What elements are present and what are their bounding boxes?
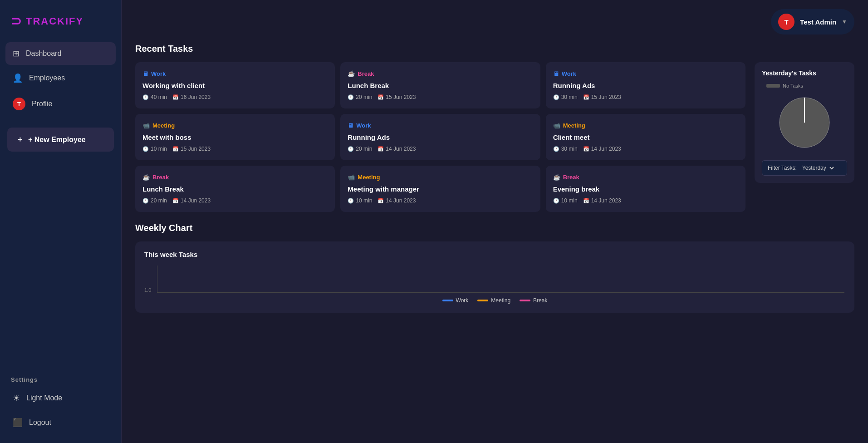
weekly-section: Weekly Chart This week Tasks 1.0 Work Me…	[135, 223, 854, 313]
profile-label: Proflie	[32, 100, 52, 108]
logout-icon: ⬛	[13, 418, 23, 428]
header: T Test Admin ▼	[135, 9, 854, 44]
task-duration: 🕐 20 min	[348, 94, 372, 100]
plus-icon: ＋	[16, 135, 24, 144]
sidebar-item-logout[interactable]: ⬛ Logout	[5, 411, 116, 434]
task-type-icon: 📹	[553, 122, 560, 129]
no-tasks-legend: No Tasks	[766, 83, 803, 89]
task-card[interactable]: 📹 Meeting Meet with boss 🕐 10 min 📅 15 J…	[135, 114, 335, 160]
yesterday-panel-container: Yesterday's Tasks No Tasks Filter Tasks:	[755, 62, 854, 212]
task-meta: 🕐 10 min 📅 14 Jun 2023	[553, 197, 738, 204]
task-type-badge: 📹 Meeting	[142, 122, 328, 129]
calendar-icon: 📅	[583, 94, 589, 100]
task-card[interactable]: 🖥 Work Running Ads 🕐 30 min 📅 15 Jun 202…	[546, 62, 745, 108]
filter-label: Filter Tasks:	[768, 165, 797, 171]
task-type-label: Work	[562, 70, 576, 77]
logo-icon: ⊃	[11, 14, 21, 29]
task-type-label: Meeting	[152, 122, 175, 129]
task-meta: 🕐 20 min 📅 15 Jun 2023	[348, 94, 533, 100]
clock-icon: 🕐	[553, 146, 559, 152]
task-meta: 🕐 20 min 📅 14 Jun 2023	[348, 146, 533, 152]
task-type-badge: 📹 Meeting	[348, 174, 533, 181]
dashboard-label: Dashboard	[26, 49, 61, 58]
calendar-icon: 📅	[583, 146, 589, 152]
user-badge[interactable]: T Test Admin ▼	[771, 9, 854, 34]
sidebar-item-employees[interactable]: 👤 Employees	[5, 67, 116, 89]
task-card[interactable]: 🖥 Work Running Ads 🕐 20 min 📅 14 Jun 202…	[340, 114, 540, 160]
logo-text: TRACKIFY	[26, 15, 83, 27]
task-card[interactable]: ☕ Break Evening break 🕐 10 min 📅 14 Jun …	[546, 166, 745, 212]
no-tasks-label: No Tasks	[783, 83, 803, 89]
calendar-icon: 📅	[378, 198, 384, 204]
break-legend-label: Break	[533, 297, 547, 304]
task-type-badge: 🖥 Work	[142, 70, 328, 77]
task-duration: 🕐 20 min	[348, 146, 372, 152]
sidebar-item-dashboard[interactable]: ⊞ Dashboard	[5, 42, 116, 65]
chart-legend: Work Meeting Break	[144, 297, 845, 304]
meeting-legend-label: Meeting	[491, 297, 510, 304]
task-meta: 🕐 10 min 📅 15 Jun 2023	[142, 146, 328, 152]
task-name: Meet with boss	[142, 133, 328, 141]
yesterday-panel: Yesterday's Tasks No Tasks Filter Tasks:	[755, 62, 854, 183]
task-meta: 🕐 10 min 📅 14 Jun 2023	[348, 197, 533, 204]
sidebar-item-light-mode[interactable]: ☀ Light Mode	[5, 387, 116, 409]
weekly-card-title: This week Tasks	[144, 251, 845, 258]
task-card[interactable]: ☕ Break Lunch Break 🕐 20 min 📅 15 Jun 20…	[340, 62, 540, 108]
sun-icon: ☀	[13, 393, 20, 403]
task-type-label: Work	[151, 70, 166, 77]
task-type-icon: 🖥	[553, 70, 559, 77]
legend-meeting: Meeting	[477, 297, 510, 304]
task-duration: 🕐 10 min	[553, 197, 578, 204]
task-type-label: Break	[358, 70, 374, 77]
tasks-grid-area: 🖥 Work Working with client 🕐 40 min 📅 16…	[135, 62, 745, 212]
settings-nav: ☀ Light Mode ⬛ Logout	[0, 387, 121, 434]
task-type-badge: ☕ Break	[142, 174, 328, 181]
weekly-chart-title: Weekly Chart	[135, 223, 854, 233]
task-type-badge: 🖥 Work	[348, 122, 533, 129]
task-name: Evening break	[553, 185, 738, 193]
task-date: 📅 15 Jun 2023	[378, 94, 416, 100]
employees-icon: 👤	[13, 73, 23, 83]
task-date: 📅 15 Jun 2023	[172, 146, 211, 152]
task-card[interactable]: 📹 Meeting Client meet 🕐 30 min 📅 14 Jun …	[546, 114, 745, 160]
nav-items: ⊞ Dashboard 👤 Employees T Proflie	[0, 42, 121, 117]
task-card[interactable]: ☕ Break Lunch Break 🕐 20 min 📅 14 Jun 20…	[135, 166, 335, 212]
calendar-icon: 📅	[172, 198, 179, 204]
main-content: T Test Admin ▼ Recent Tasks 🖥 Work Worki…	[122, 0, 868, 443]
task-date: 📅 14 Jun 2023	[583, 146, 621, 152]
recent-tasks-title: Recent Tasks	[135, 44, 854, 54]
task-type-badge: 🖥 Work	[553, 70, 738, 77]
calendar-icon: 📅	[583, 198, 589, 204]
sidebar-item-profile[interactable]: T Proflie	[5, 91, 116, 117]
y-axis-label: 1.0	[144, 287, 151, 293]
task-date: 📅 14 Jun 2023	[378, 146, 416, 152]
task-type-label: Meeting	[358, 174, 380, 181]
task-meta: 🕐 30 min 📅 14 Jun 2023	[553, 146, 738, 152]
clock-icon: 🕐	[142, 198, 149, 204]
legend-box	[766, 84, 780, 88]
filter-select[interactable]: Yesterday Today This Week	[800, 164, 835, 172]
content-layout: 🖥 Work Working with client 🕐 40 min 📅 16…	[135, 62, 854, 212]
task-type-icon: ☕	[142, 174, 150, 181]
legend-break: Break	[520, 297, 547, 304]
calendar-icon: 📅	[378, 94, 384, 100]
task-name: Lunch Break	[348, 82, 533, 89]
task-type-badge: ☕ Break	[348, 70, 533, 77]
clock-icon: 🕐	[553, 94, 559, 100]
chevron-down-icon: ▼	[842, 19, 847, 25]
task-date: 📅 15 Jun 2023	[583, 94, 621, 100]
sidebar: ⊃ TRACKIFY ⊞ Dashboard 👤 Employees T Pro…	[0, 0, 122, 443]
legend-work: Work	[442, 297, 469, 304]
task-duration: 🕐 20 min	[142, 197, 167, 204]
task-card[interactable]: 🖥 Work Working with client 🕐 40 min 📅 16…	[135, 62, 335, 108]
task-card[interactable]: 📹 Meeting Meeting with manager 🕐 10 min …	[340, 166, 540, 212]
task-type-badge: 📹 Meeting	[553, 122, 738, 129]
task-type-label: Break	[563, 174, 579, 181]
clock-icon: 🕐	[553, 198, 559, 204]
calendar-icon: 📅	[378, 146, 384, 152]
new-employee-button[interactable]: ＋ + New Employee	[7, 128, 114, 152]
clock-icon: 🕐	[142, 146, 149, 152]
task-duration: 🕐 10 min	[348, 197, 372, 204]
task-duration: 🕐 30 min	[553, 94, 578, 100]
employees-label: Employees	[29, 74, 65, 82]
